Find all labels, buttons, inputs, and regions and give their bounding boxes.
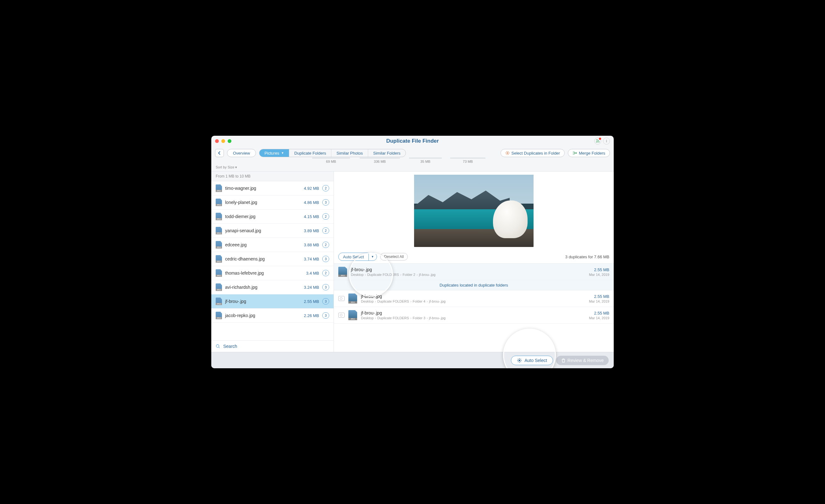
jpeg-icon xyxy=(216,198,222,206)
file-name: lonely-planet.jpg xyxy=(225,200,301,205)
minimize-icon[interactable] xyxy=(221,139,225,143)
review-remove-button[interactable]: Review & Remove xyxy=(556,356,609,365)
file-name: yanapi-senaud.jpg xyxy=(225,228,301,233)
jpeg-icon xyxy=(216,227,222,234)
size-group-header: From 1 MB to 10 MB xyxy=(211,172,333,181)
file-name: avi-richardsh.jpg xyxy=(225,285,301,290)
svg-point-3 xyxy=(519,359,520,361)
duplicate-count: 2 xyxy=(322,242,329,248)
app-window: Duplicate File Finder i Overview Picture… xyxy=(211,136,614,368)
file-row[interactable]: jacob-repko.jpg2.26 MB3 xyxy=(211,309,333,323)
dup-file-path: Desktop›Duplicate FOLDERS›Folder 2›jf-br… xyxy=(351,273,585,276)
app-title: Duplicate File Finder xyxy=(386,138,439,144)
file-size: 4.92 MB xyxy=(304,186,319,191)
duplicate-row[interactable]: jf-brou-.jpgDesktop›Duplicate FOLDERS›Fo… xyxy=(334,264,614,280)
dup-file-path: Desktop›Duplicate FOLDERS›Folder 3›jf-br… xyxy=(361,316,585,320)
duplicate-count: 2 xyxy=(322,185,329,191)
dup-file-date: Mar 14, 2019 xyxy=(589,300,609,303)
jpeg-icon xyxy=(216,241,222,249)
file-row[interactable]: lonely-planet.jpg4.86 MB3 xyxy=(211,195,333,209)
dup-file-size: 2.55 MB xyxy=(589,294,609,299)
dup-file-size: 2.55 MB xyxy=(589,267,609,272)
footer-auto-select-button[interactable]: Auto Select xyxy=(511,356,553,365)
back-button[interactable] xyxy=(215,149,224,157)
reveal-icon[interactable] xyxy=(338,313,345,318)
dup-file-size: 2.55 MB xyxy=(589,311,609,316)
file-row[interactable]: jf-brou-.jpg2.55 MB3 xyxy=(211,295,333,309)
file-size: 4.15 MB xyxy=(304,214,319,219)
svg-point-2 xyxy=(216,345,219,347)
file-size: 2.26 MB xyxy=(304,313,319,318)
file-size: 3.74 MB xyxy=(304,257,319,261)
dup-file-date: Mar 14, 2019 xyxy=(589,273,609,276)
tab-duplicate-folders[interactable]: Duplicate Folders xyxy=(289,149,331,157)
merge-folders-button[interactable]: Merge Folders xyxy=(568,149,610,157)
duplicate-count: 3 xyxy=(322,199,329,205)
tab-similar-folders[interactable]: Similar Folders xyxy=(368,149,405,157)
file-name: timo-wagner.jpg xyxy=(225,186,301,191)
file-thumb-icon xyxy=(338,267,347,277)
tab-similar-photos[interactable]: Similar Photos xyxy=(331,149,368,157)
close-icon[interactable] xyxy=(215,139,219,143)
file-row[interactable]: timo-wagner.jpg4.92 MB2 xyxy=(211,181,333,195)
dup-file-name: jf-brou-.jpg xyxy=(361,294,585,299)
dup-file-name: jf-brou-.jpg xyxy=(361,311,585,316)
category-tabs: Pictures▼ Duplicate Folders Similar Phot… xyxy=(259,149,406,157)
jpeg-icon xyxy=(216,269,222,277)
jpeg-icon xyxy=(216,184,222,192)
file-row[interactable]: cedric-dhaenens.jpg3.74 MB3 xyxy=(211,252,333,266)
chevron-down-icon: ▼ xyxy=(281,152,284,155)
tab-pictures[interactable]: Pictures▼ xyxy=(259,149,289,157)
jpeg-icon xyxy=(216,312,222,319)
dup-file-path: Desktop›Duplicate FOLDERS›Folder 4›jf-br… xyxy=(361,300,585,303)
duplicate-row[interactable]: jf-brou-.jpgDesktop›Duplicate FOLDERS›Fo… xyxy=(334,290,614,307)
file-row[interactable]: avi-richardsh.jpg3.24 MB3 xyxy=(211,280,333,295)
duplicate-row[interactable]: jf-brou-.jpgDesktop›Duplicate FOLDERS›Fo… xyxy=(334,307,614,324)
file-row[interactable]: yanapi-senaud.jpg3.89 MB2 xyxy=(211,224,333,238)
info-icon[interactable]: i xyxy=(603,138,610,145)
svg-point-1 xyxy=(507,152,508,154)
sort-label[interactable]: Sort by Size ▾ xyxy=(211,165,614,171)
file-row[interactable]: todd-diemer.jpg4.15 MB2 xyxy=(211,209,333,224)
file-size: 3.24 MB xyxy=(304,285,319,290)
file-list[interactable]: timo-wagner.jpg4.92 MB2lonely-planet.jpg… xyxy=(211,181,333,340)
file-name: todd-diemer.jpg xyxy=(225,214,301,219)
duplicate-count: 3 xyxy=(322,298,329,305)
duplicate-count: 3 xyxy=(322,256,329,262)
file-size: 3.88 MB xyxy=(304,243,319,247)
duplicate-folder-banner: Duplicates located in duplicate folders xyxy=(334,280,614,290)
select-duplicates-button[interactable]: Select Duplicates in Folder xyxy=(501,149,565,157)
footer: Auto Select Review & Remove xyxy=(211,352,614,368)
reveal-icon[interactable] xyxy=(338,296,345,301)
dup-file-date: Mar 14, 2019 xyxy=(589,316,609,320)
auto-select-button[interactable]: Auto Select ▼ xyxy=(338,253,377,261)
search-input[interactable]: Search xyxy=(211,340,333,352)
duplicate-count: 3 xyxy=(322,284,329,290)
dup-file-name: jf-brou-.jpg xyxy=(351,267,585,272)
duplicate-summary: 3 duplicates for 7.66 MB xyxy=(565,255,609,259)
file-size: 2.55 MB xyxy=(304,299,319,304)
chevron-down-icon[interactable]: ▼ xyxy=(369,253,377,260)
file-row[interactable]: edceee.jpg3.88 MB2 xyxy=(211,238,333,252)
deselect-all-button[interactable]: Deselect All xyxy=(380,253,408,260)
sidebar: From 1 MB to 10 MB timo-wagner.jpg4.92 M… xyxy=(211,172,334,352)
jpeg-icon xyxy=(216,213,222,220)
image-preview xyxy=(334,172,614,250)
file-size: 3.4 MB xyxy=(306,271,319,275)
duplicate-count: 3 xyxy=(322,312,329,319)
duplicate-count: 2 xyxy=(322,270,329,276)
tab-size-bar: 69 MB 336 MB 35 MB 73 MB xyxy=(211,160,614,165)
titlebar: Duplicate File Finder i xyxy=(211,136,614,147)
jpeg-icon xyxy=(216,298,222,305)
file-name: jf-brou-.jpg xyxy=(225,299,301,304)
detail-pane: Auto Select ▼ Deselect All 3 duplicates … xyxy=(334,172,614,352)
duplicate-list: jf-brou-.jpgDesktop›Duplicate FOLDERS›Fo… xyxy=(334,264,614,352)
activity-icon[interactable] xyxy=(594,138,601,145)
zoom-icon[interactable] xyxy=(228,139,231,143)
overview-button[interactable]: Overview xyxy=(227,149,256,157)
file-row[interactable]: thomas-lefebvre.jpg3.4 MB2 xyxy=(211,266,333,280)
file-thumb-icon xyxy=(348,293,357,304)
jpeg-icon xyxy=(216,255,222,263)
file-thumb-icon xyxy=(348,310,357,320)
duplicate-count: 2 xyxy=(322,214,329,220)
